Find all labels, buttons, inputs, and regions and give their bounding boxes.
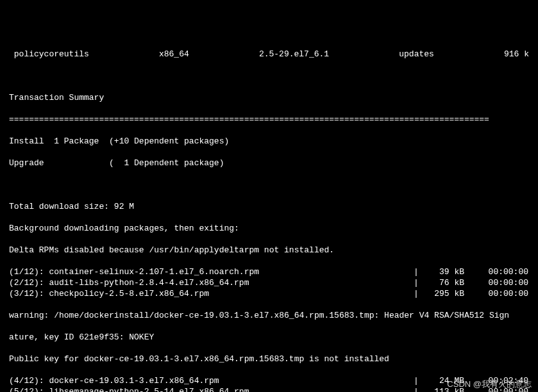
blank-line bbox=[9, 179, 529, 190]
download-list-a: (1/12): container-selinux-2.107-1.el7_6.… bbox=[9, 266, 529, 299]
delta-rpm-msg: Delta RPMs disabled because /usr/bin/app… bbox=[9, 245, 529, 256]
upgrade-line: Upgrade ( 1 Dependent package) bbox=[9, 158, 529, 168]
warning-line-1: warning: /home/dockerinstall/docker-ce-1… bbox=[9, 310, 529, 321]
pubkey-msg: Public key for docker-ce-19.03.1-3.el7.x… bbox=[9, 354, 529, 364]
download-name: (4/12): docker-ce-19.03.1-3.el7.x86_64.r… bbox=[9, 375, 413, 386]
watermark: CSDN @我有火的意志 bbox=[447, 379, 532, 389]
summary-title: Transaction Summary bbox=[9, 92, 529, 103]
download-name: (5/12): libsemanage-python-2.5-14.el7.x8… bbox=[9, 386, 413, 392]
download-row: (1/12): container-selinux-2.107-1.el7_6.… bbox=[9, 266, 529, 277]
download-row: (2/12): audit-libs-python-2.8.4-4.el7.x8… bbox=[9, 277, 529, 288]
pkg-size: 916 k bbox=[504, 49, 529, 60]
download-name: (2/12): audit-libs-python-2.8.4-4.el7.x8… bbox=[9, 277, 413, 288]
divider: ========================================… bbox=[9, 114, 529, 125]
background-download-msg: Background downloading packages, then ex… bbox=[9, 223, 529, 234]
download-name: (3/12): checkpolicy-2.5-8.el7.x86_64.rpm bbox=[9, 288, 413, 299]
pkg-repo: updates bbox=[399, 49, 434, 60]
blank-line bbox=[9, 70, 529, 81]
package-header-row: policycoreutils x86_64 2.5-29.el7_6.1 up… bbox=[9, 49, 529, 60]
pkg-arch: x86_64 bbox=[159, 49, 189, 60]
download-time: 00:00:00 bbox=[464, 266, 528, 277]
pkg-version: 2.5-29.el7_6.1 bbox=[259, 49, 329, 60]
download-row: (3/12): checkpolicy-2.5-8.el7.x86_64.rpm… bbox=[9, 288, 529, 299]
download-time: 00:00:00 bbox=[464, 277, 528, 288]
download-size: 76 kB bbox=[419, 277, 464, 288]
install-line: Install 1 Package (+10 Dependent package… bbox=[9, 136, 529, 147]
pkg-name: policycoreutils bbox=[9, 49, 89, 60]
download-name: (1/12): container-selinux-2.107-1.el7_6.… bbox=[9, 266, 413, 277]
warning-line-2: ature, key ID 621e9f35: NOKEY bbox=[9, 332, 529, 343]
download-size: 39 kB bbox=[419, 266, 464, 277]
total-download: Total download size: 92 M bbox=[9, 201, 529, 212]
download-size: 295 kB bbox=[419, 288, 464, 299]
download-time: 00:00:00 bbox=[464, 288, 528, 299]
